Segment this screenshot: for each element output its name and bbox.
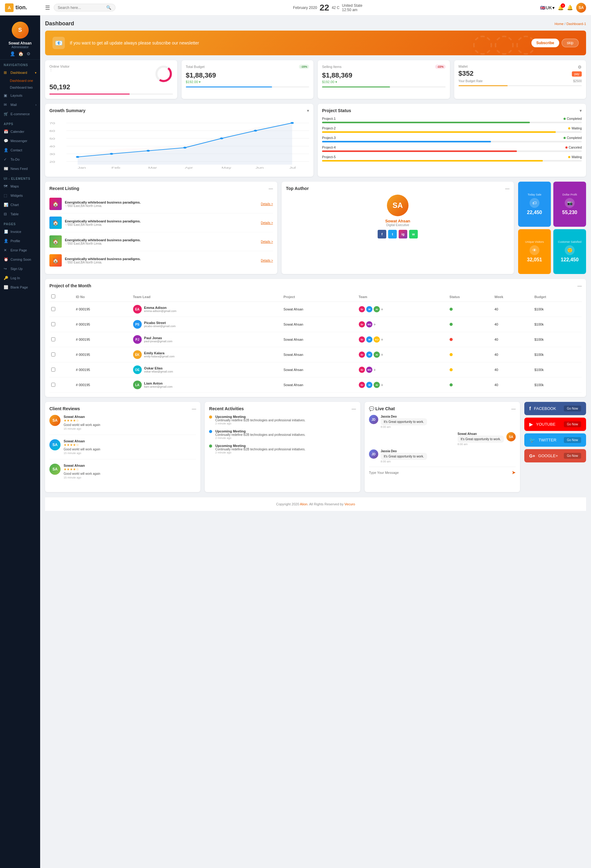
sidebar-item-todo[interactable]: ✓ To-Do (0, 155, 40, 164)
sidebar-error-label: Error Page (10, 248, 37, 252)
listing-details-2[interactable]: Details > (261, 221, 273, 224)
review-name-1: Sowat Ahsan (63, 415, 100, 419)
row-2-team: Sr MS + (357, 317, 447, 332)
sidebar-item-coming-soon[interactable]: ⏰ Coming Soon (0, 255, 40, 264)
google-go-now-button[interactable]: Go Now (564, 453, 581, 459)
sidebar-item-mail[interactable]: ✉ Mail › (0, 100, 40, 109)
sidebar-item-signup[interactable]: ↪ Sign Up (0, 264, 40, 273)
team-avatar: Al (373, 351, 380, 358)
footer-brand1-link[interactable]: Alion (300, 502, 307, 506)
sidebar-item-error[interactable]: ✕ Error Page (0, 246, 40, 255)
bell-icon-button[interactable]: 🔔 (567, 4, 573, 10)
sidebar-item-dashboard-one[interactable]: Dashboard one (6, 77, 40, 84)
team-plus-button[interactable]: + (381, 337, 383, 342)
table-row: # 000195 LA Liam Antonliam-anton@gmail.c… (49, 378, 582, 393)
online-visitor-donut-chart (155, 65, 173, 83)
whatsapp-social-button[interactable]: w (409, 230, 418, 238)
chat-message-input[interactable] (369, 471, 511, 474)
sidebar-widgets-label: Widgets (10, 194, 37, 197)
twitter-social-button[interactable]: t (388, 230, 397, 238)
client-reviews-header: Client Reviews — (49, 406, 196, 411)
sidebar-item-dashboard[interactable]: ⊞ Dashboard ▾ (0, 68, 40, 77)
project-5-status: Waiting (568, 155, 582, 159)
wallet-pay-button[interactable]: pay (572, 71, 582, 77)
chat-send-button[interactable]: ➤ (511, 469, 516, 475)
top-right-actions: 🇬🇧 UK ▾ 🔔 3 🔔 SA (540, 3, 586, 13)
project-row-5: Project-5 Waiting (322, 155, 582, 162)
sidebar-item-dashboard-two[interactable]: Dashboard two (6, 84, 40, 91)
sidebar-item-maps[interactable]: 🗺 Maps (0, 182, 40, 191)
project-status-action[interactable]: ▾ (579, 108, 582, 113)
row-6-week: 40 (492, 378, 532, 393)
sidebar-user-icon-button[interactable]: 👤 (10, 51, 15, 56)
team-plus-button[interactable]: + (381, 382, 383, 387)
svg-point-24 (110, 153, 113, 155)
growth-summary-action[interactable]: ▾ (307, 108, 309, 113)
growth-project-row: Growth Summary ▾ 70 60 (45, 104, 586, 177)
search-input[interactable] (58, 6, 106, 10)
sidebar-item-invoice[interactable]: 🧾 Invoice (0, 227, 40, 236)
recent-listing-action[interactable]: — (269, 186, 273, 191)
table-row: # 000195 PS Picabo Streetpicabo-street@g… (49, 317, 582, 332)
project-table-header-row: ID No Team Lead Project Team Status Week… (49, 292, 582, 302)
team-plus-button[interactable]: + (381, 352, 383, 357)
row-5-checkbox[interactable] (51, 368, 55, 372)
listing-details-3[interactable]: Details > (261, 240, 273, 244)
sidebar-item-profile[interactable]: 👤 Profile (0, 236, 40, 246)
listing-details-4[interactable]: Details > (261, 259, 273, 262)
team-plus-button[interactable]: + (373, 322, 376, 327)
sidebar-item-table[interactable]: ⊟ Table (0, 210, 40, 219)
sidebar-todo-label: To-Do (10, 158, 37, 161)
sidebar-item-layouts[interactable]: ▣ Layouts (0, 91, 40, 100)
recent-activities-action[interactable]: — (352, 406, 356, 411)
hamburger-button[interactable]: ☰ (45, 4, 50, 11)
sidebar-item-widgets[interactable]: ⬚ Widgets (0, 191, 40, 200)
row-3-checkbox[interactable] (51, 337, 55, 341)
sidebar-chart-label: Chart (10, 203, 37, 207)
top-author-action[interactable]: — (505, 186, 510, 191)
row-4-checkbox[interactable] (51, 353, 55, 356)
row-6-checkbox[interactable] (51, 383, 55, 387)
sidebar-item-calender[interactable]: 📅 Calender (0, 127, 40, 136)
wallet-progress (458, 85, 582, 86)
team-plus-button[interactable]: + (373, 367, 376, 372)
twitter-go-now-button[interactable]: Go Now (564, 437, 581, 443)
sidebar-home-icon-button[interactable]: 🏠 (18, 51, 24, 56)
notification-icon-button[interactable]: 🔔 3 (558, 4, 564, 10)
language-selector[interactable]: 🇬🇧 UK ▾ (540, 5, 554, 10)
footer-brand2-link[interactable]: Vecuro (345, 502, 355, 506)
sidebar-item-ecommerce[interactable]: 🛒 E-commerce (0, 109, 40, 119)
sidebar-item-blank[interactable]: ⬜ Blank Page (0, 283, 40, 292)
facebook-go-now-button[interactable]: Go Now (564, 406, 581, 412)
page-header: Dashboard Home / Dashboard-1 (45, 21, 586, 27)
select-all-checkbox[interactable] (51, 294, 55, 298)
today-sale-value: 22,450 (527, 210, 542, 215)
top-center-info: February 2020 22 42 C United State 12:50… (115, 3, 540, 13)
youtube-go-now-button[interactable]: Go Now (564, 421, 581, 427)
svg-point-29 (290, 122, 294, 124)
facebook-social-button[interactable]: f (377, 230, 386, 238)
skip-button[interactable]: skip (562, 38, 579, 47)
row-1-checkbox[interactable] (51, 307, 55, 311)
sidebar-item-contact[interactable]: 👤 Contact (0, 146, 40, 155)
sidebar-item-news-feed[interactable]: 📰 News Feed (0, 164, 40, 173)
team-plus-button[interactable]: + (381, 307, 383, 311)
row-5-team: Sr MS + (357, 362, 447, 378)
client-reviews-action[interactable]: — (192, 406, 196, 411)
live-chat-action[interactable]: — (511, 406, 516, 411)
listing-details-1[interactable]: Details > (261, 202, 273, 206)
row-2-checkbox[interactable] (51, 322, 55, 326)
sidebar-item-messenger[interactable]: 💬 Messenger (0, 136, 40, 146)
wallet-budget-rate-label: Your Budget Rate (458, 80, 483, 83)
sidebar-item-login[interactable]: 🔑 Log In (0, 273, 40, 283)
sidebar-item-chart[interactable]: 📊 Chart (0, 200, 40, 210)
sidebar-settings-icon-button[interactable]: ⚙ (27, 51, 31, 56)
instagram-social-button[interactable]: ig (399, 230, 407, 238)
growth-chart-area: 70 60 50 40 30 20 Jan Feb Mar Apr May Ju… (49, 117, 309, 172)
online-visitor-value: 50,192 (49, 83, 173, 91)
listing-title-1: Energistically whiteboard business parad… (65, 201, 261, 204)
user-avatar-button[interactable]: SA (576, 3, 586, 13)
project-table-action[interactable]: — (578, 283, 582, 288)
search-icon-button[interactable]: 🔍 (106, 5, 112, 10)
recent-listing-card: Recent Listing — 🏠 Energistically whiteb… (45, 182, 277, 274)
